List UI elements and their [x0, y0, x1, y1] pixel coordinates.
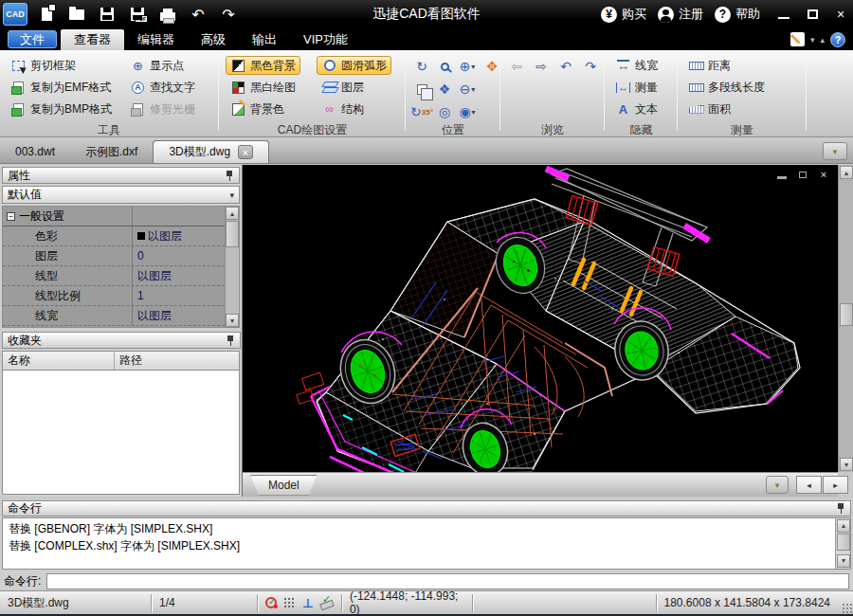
menu-tab-viewer[interactable]: 查看器: [61, 29, 124, 50]
scroll-down-icon[interactable]: ▾: [840, 458, 853, 471]
tab-close-icon[interactable]: ×: [238, 145, 253, 159]
measure-polyline-button[interactable]: 多段线长度: [683, 78, 770, 97]
fit-extents-button[interactable]: ❖: [434, 79, 455, 100]
smooth-arc-toggle[interactable]: 圆滑弧形: [317, 56, 391, 75]
structure-button[interactable]: ∞结构: [317, 100, 369, 118]
favorites-col-path[interactable]: 路径: [115, 353, 142, 369]
scroll-left-icon[interactable]: ◂: [796, 476, 822, 494]
pin-icon[interactable]: [227, 335, 235, 346]
property-row-ltscale[interactable]: 线型比例1: [3, 286, 239, 306]
view-redo-button[interactable]: ↷: [580, 56, 601, 77]
find-text-button[interactable]: A查找文字: [125, 78, 200, 97]
menu-tab-vip[interactable]: VIP功能: [290, 28, 361, 50]
scroll-down-icon[interactable]: ▾: [837, 554, 850, 568]
scroll-right-icon[interactable]: ▸: [823, 476, 848, 494]
rotate-view-button[interactable]: ↻: [411, 56, 432, 77]
property-row-layer[interactable]: 图层0: [3, 246, 239, 266]
favorites-col-name[interactable]: 名称: [3, 352, 115, 370]
black-background-toggle[interactable]: 黑色背景: [226, 56, 300, 75]
scroll-up-icon[interactable]: ▴: [840, 166, 853, 179]
command-input[interactable]: [46, 573, 849, 589]
maximize-button[interactable]: [800, 5, 825, 24]
group-label-cad-settings: CAD绘图设置: [220, 122, 405, 136]
quick-edit-dropdown-icon[interactable]: ▾: [810, 35, 815, 45]
grid-toggle-icon[interactable]: [283, 597, 296, 609]
buy-button[interactable]: ¥购买: [601, 6, 646, 23]
measure-distance-button[interactable]: 距离: [683, 56, 735, 75]
property-row-linetype[interactable]: 线型以图层: [3, 266, 239, 286]
layers-button[interactable]: 图层: [317, 78, 369, 97]
command-scrollbar[interactable]: ▴ ▾: [835, 518, 850, 569]
ribbon-help-icon[interactable]: ?: [830, 32, 845, 47]
tab-list-dropdown-button[interactable]: ▾: [823, 142, 847, 160]
doc-tab-example[interactable]: 示例图.dxf: [70, 140, 153, 163]
canvas-close-button[interactable]: ×: [817, 169, 830, 180]
snap-toggle-icon[interactable]: [265, 597, 277, 608]
app-window: CAD PDF ↶ ↷ 迅捷CAD看图软件 ¥购买 注册 ?帮助 × 文件 查看…: [0, 0, 853, 616]
print-button[interactable]: [154, 4, 182, 25]
help-button[interactable]: ?帮助: [715, 6, 760, 23]
menu-tab-editor[interactable]: 编辑器: [124, 28, 188, 50]
property-row-color[interactable]: 色彩以图层: [3, 226, 239, 246]
collapse-ribbon-icon[interactable]: ▴: [820, 35, 825, 45]
bw-drawing-button[interactable]: 黑白绘图: [226, 78, 300, 97]
new-file-button[interactable]: [32, 4, 61, 25]
cut-frame-button[interactable]: 剪切框架: [6, 56, 81, 75]
close-button[interactable]: ×: [828, 5, 853, 24]
view-forward-button[interactable]: ⇨: [531, 56, 552, 77]
measure-area-button[interactable]: 面积: [683, 100, 735, 118]
minimize-button[interactable]: [771, 5, 796, 24]
view-undo-button[interactable]: ↶: [555, 56, 576, 77]
register-button[interactable]: 注册: [658, 6, 703, 23]
property-preset-dropdown[interactable]: 默认值▾: [2, 186, 240, 204]
command-output[interactable]: 替换 [GBENOR] 字体为 [SIMPLEX.SHX] 替换 [COMPLE…: [2, 517, 851, 570]
quick-edit-icon[interactable]: [790, 32, 805, 46]
undo-button[interactable]: ↶: [184, 4, 212, 25]
hide-measure-button[interactable]: ↔测量: [610, 78, 662, 97]
menu-tab-advanced[interactable]: 高级: [188, 28, 239, 50]
zoom-dynamic-button[interactable]: ◎: [434, 101, 455, 122]
zoom-out-button[interactable]: ⊖▾: [457, 79, 478, 100]
ortho-toggle-icon[interactable]: ⊥: [302, 596, 314, 610]
draw-toggle-icon[interactable]: [320, 597, 334, 608]
show-points-button[interactable]: ⊕显示点: [125, 56, 189, 75]
zoom-window-button[interactable]: [434, 56, 455, 77]
model-tab[interactable]: Model: [250, 475, 318, 496]
doc-tab-3dmodel[interactable]: 3D模型.dwg×: [153, 140, 269, 163]
copy-view-button[interactable]: [411, 79, 432, 100]
scroll-thumb[interactable]: [837, 534, 850, 551]
canvas-vertical-scrollbar[interactable]: ▴ ▾: [838, 165, 853, 472]
save-button[interactable]: [93, 4, 121, 25]
rotate-35-button[interactable]: ↻35°: [411, 101, 432, 122]
scroll-up-icon[interactable]: ▴: [837, 519, 850, 533]
menu-tab-file[interactable]: 文件: [8, 30, 57, 48]
zoom-scale-button[interactable]: ◉▾: [457, 101, 478, 122]
hide-text-button[interactable]: A文本: [610, 100, 662, 118]
background-color-button[interactable]: 背景色: [226, 100, 289, 118]
scroll-thumb[interactable]: [840, 303, 853, 326]
open-file-button[interactable]: [63, 4, 91, 25]
drawing-canvas[interactable]: × ▴ ▾: [243, 165, 853, 472]
pin-icon[interactable]: [837, 503, 845, 514]
property-row-lineweight[interactable]: 线宽以图层: [3, 306, 239, 326]
layout-dropdown-button[interactable]: ▾: [766, 476, 789, 494]
scroll-up-icon[interactable]: ▴: [226, 207, 239, 220]
scroll-thumb[interactable]: [226, 221, 239, 247]
view-back-button[interactable]: ⇦: [506, 56, 527, 77]
save-pdf-button[interactable]: PDF: [123, 4, 152, 25]
resize-grip[interactable]: [842, 603, 853, 614]
zoom-in-button[interactable]: ⊕▾: [457, 56, 478, 77]
pin-icon[interactable]: [226, 171, 234, 181]
canvas-restore-button[interactable]: [796, 169, 809, 180]
doc-tab-003[interactable]: 003.dwt: [0, 140, 70, 163]
canvas-minimize-button[interactable]: [775, 169, 789, 180]
hide-lineweight-button[interactable]: ↔线宽: [610, 56, 662, 75]
redo-button[interactable]: ↷: [214, 4, 243, 25]
menu-tab-output[interactable]: 输出: [239, 28, 290, 50]
property-group-row[interactable]: −一般设置: [3, 207, 239, 226]
copy-emf-button[interactable]: 复制为EMF格式: [6, 78, 116, 97]
collapse-icon[interactable]: −: [7, 212, 15, 221]
properties-scrollbar[interactable]: ▴ ▾: [225, 207, 239, 327]
scroll-down-icon[interactable]: ▾: [226, 314, 239, 327]
copy-bmp-button[interactable]: 复制为BMP格式: [6, 100, 117, 118]
